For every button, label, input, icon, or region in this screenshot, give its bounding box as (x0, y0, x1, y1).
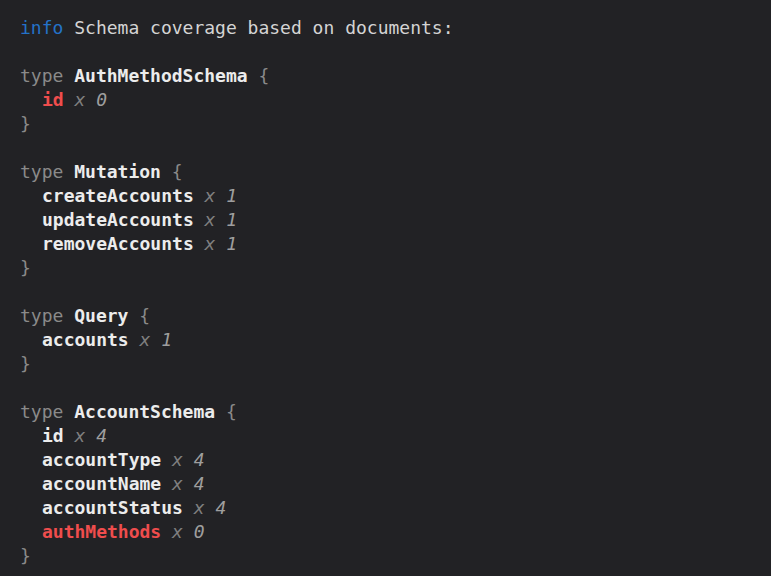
field-row: accountStatus x 4 (20, 496, 771, 520)
type-close-line: } (20, 256, 771, 280)
usage-count: 1 (226, 185, 237, 206)
field-name: updateAccounts (42, 209, 194, 230)
terminal-output[interactable]: info Schema coverage based on documents:… (0, 0, 771, 576)
usage-count: 1 (226, 209, 237, 230)
field-row: accountName x 4 (20, 472, 771, 496)
close-brace: } (20, 113, 31, 134)
usage-count: 0 (96, 89, 107, 110)
field-row: accountType x 4 (20, 448, 771, 472)
usage-count: 4 (96, 425, 107, 446)
type-block-accountschema: type AccountSchema { id x 4 accountType … (20, 400, 771, 568)
type-keyword: type (20, 65, 63, 86)
type-name: Mutation (74, 161, 161, 182)
field-row: createAccounts x 1 (20, 184, 771, 208)
coverage-header-line: info Schema coverage based on documents: (20, 16, 771, 40)
field-row: id x 4 (20, 424, 771, 448)
type-block-query: type Query { accounts x 1 } (20, 304, 771, 376)
type-keyword: type (20, 401, 63, 422)
type-close-line: } (20, 352, 771, 376)
field-row: id x 0 (20, 88, 771, 112)
usage-count: 4 (194, 473, 205, 494)
field-name: accounts (42, 329, 129, 350)
field-row: accounts x 1 (20, 328, 771, 352)
open-brace: { (172, 161, 183, 182)
field-name: id (42, 425, 64, 446)
multiplier: x (75, 425, 86, 446)
type-open-line: type Mutation { (20, 160, 771, 184)
field-row: updateAccounts x 1 (20, 208, 771, 232)
type-open-line: type Query { (20, 304, 771, 328)
type-open-line: type AccountSchema { (20, 400, 771, 424)
type-close-line: } (20, 112, 771, 136)
field-name: createAccounts (42, 185, 194, 206)
info-label: info (20, 17, 63, 38)
multiplier: x (205, 233, 216, 254)
close-brace: } (20, 353, 31, 374)
multiplier: x (140, 329, 151, 350)
close-brace: } (20, 257, 31, 278)
field-name: removeAccounts (42, 233, 194, 254)
field-name: accountName (42, 473, 161, 494)
multiplier: x (172, 473, 183, 494)
field-name: accountStatus (42, 497, 183, 518)
multiplier: x (205, 185, 216, 206)
type-name: AuthMethodSchema (74, 65, 247, 86)
type-open-line: type AuthMethodSchema { (20, 64, 771, 88)
field-row: removeAccounts x 1 (20, 232, 771, 256)
type-name: AccountSchema (74, 401, 215, 422)
type-block-authmethodschema: type AuthMethodSchema { id x 0 } (20, 64, 771, 136)
field-name: id (42, 89, 64, 110)
usage-count: 1 (226, 233, 237, 254)
usage-count: 0 (194, 521, 205, 542)
multiplier: x (75, 89, 86, 110)
type-keyword: type (20, 161, 63, 182)
close-brace: } (20, 545, 31, 566)
type-keyword: type (20, 305, 63, 326)
multiplier: x (172, 521, 183, 542)
type-block-mutation: type Mutation { createAccounts x 1 updat… (20, 160, 771, 280)
open-brace: { (226, 401, 237, 422)
type-name: Query (74, 305, 128, 326)
usage-count: 1 (161, 329, 172, 350)
type-close-line: } (20, 544, 771, 568)
usage-count: 4 (215, 497, 226, 518)
multiplier: x (205, 209, 216, 230)
coverage-header-message: Schema coverage based on documents: (74, 17, 453, 38)
multiplier: x (194, 497, 205, 518)
open-brace: { (139, 305, 150, 326)
usage-count: 4 (194, 449, 205, 470)
field-name: accountType (42, 449, 161, 470)
field-name: authMethods (42, 521, 161, 542)
open-brace: { (258, 65, 269, 86)
multiplier: x (172, 449, 183, 470)
field-row: authMethods x 0 (20, 520, 771, 544)
